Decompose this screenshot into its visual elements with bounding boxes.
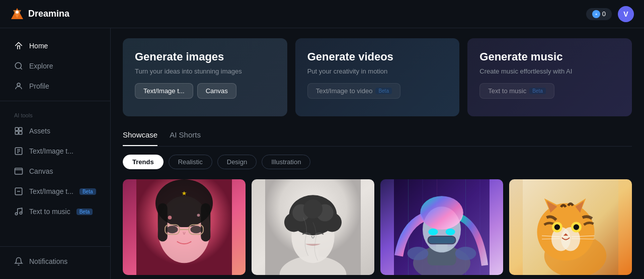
sidebar-item-text-image[interactable]: Text/Image t... [4,142,106,161]
sidebar-bottom-divider [0,246,110,247]
sidebar-item-profile[interactable]: Profile [4,77,106,96]
card-images-desc: Turn your ideas into stunning images [135,67,275,75]
tabs-row: Showcase AI Shorts [123,130,632,147]
svg-rect-9 [15,131,18,134]
canvas-button[interactable]: Canvas [197,83,236,99]
svg-point-62 [554,224,560,230]
svg-rect-10 [19,131,22,134]
text-image-icon [14,147,23,156]
sidebar-item-canvas[interactable]: Canvas [4,162,106,181]
beta-badge-1: Beta [79,188,96,195]
text-music-button[interactable]: Text to music Beta [479,83,554,99]
filter-realistic[interactable]: Realistic [169,155,212,169]
svg-rect-50 [428,237,455,243]
svg-point-51 [420,196,463,230]
sidebar-item-text-image-beta[interactable]: Text/Image t... Beta [4,182,106,201]
assets-icon [14,126,23,135]
svg-rect-8 [19,127,22,130]
content-area: Generate images Turn your ideas into stu… [111,28,644,279]
beta-badge-2: Beta [76,208,93,215]
svg-point-24 [167,226,178,233]
svg-rect-12 [15,168,23,174]
svg-point-25 [190,226,202,233]
gallery-image-1 [123,179,246,275]
sidebar-item-home[interactable]: Home [4,36,106,55]
svg-point-38 [303,199,323,219]
text-video-button[interactable]: Text/Image to video Beta [307,83,400,99]
gallery-image-3 [380,179,503,275]
coin-count: 0 [602,10,606,18]
svg-text:+: + [595,13,597,16]
user-avatar[interactable]: V [618,6,634,22]
svg-point-5 [15,62,21,68]
main-layout: Home Explore Profile AI tools Assets Tex… [0,28,644,279]
logo-text: Dreamina [28,9,69,19]
svg-point-53 [446,229,455,235]
sidebar-section-label: AI tools [0,106,110,120]
gallery-item-4[interactable] [509,179,632,275]
logo-icon [10,7,24,21]
card-videos-title: Generate videos [307,50,448,63]
home-icon [14,41,23,50]
bell-icon [14,257,23,266]
header-right: + 0 V [586,6,634,22]
svg-point-2 [16,11,19,14]
sidebar-item-explore[interactable]: Explore [4,56,106,76]
explore-icon [14,61,23,71]
card-videos-buttons: Text/Image to video Beta [307,83,448,99]
music-beta-badge: Beta [529,88,546,94]
logo[interactable]: Dreamina [10,7,69,21]
svg-rect-20 [201,203,210,242]
card-music-desc: Create music effortlessly with AI [479,67,620,75]
svg-point-27 [168,216,172,220]
gallery-item-1[interactable] [123,179,246,275]
profile-icon [14,82,23,91]
card-music-title: Generate music [479,50,620,63]
text-image-beta-icon [14,187,23,196]
tab-ai-shorts[interactable]: AI Shorts [170,130,201,146]
card-generate-music: Generate music Create music effortlessly… [467,38,632,116]
svg-point-54 [408,247,429,260]
svg-point-6 [17,83,20,86]
gallery-image-2 [252,179,374,275]
svg-point-55 [455,247,476,260]
card-generate-images: Generate images Turn your ideas into stu… [123,38,287,116]
filter-trends[interactable]: Trends [123,155,164,169]
filter-design[interactable]: Design [217,155,257,169]
svg-rect-7 [15,127,18,130]
video-beta-badge: Beta [375,88,392,94]
gallery-item-2[interactable] [252,179,374,275]
tab-showcase[interactable]: Showcase [123,130,157,146]
gallery-grid [123,179,632,275]
header: Dreamina + 0 V [0,0,644,28]
card-images-buttons: Text/Image t... Canvas [135,83,275,99]
svg-rect-19 [158,203,168,242]
svg-point-14 [15,213,18,215]
card-images-title: Generate images [135,50,275,63]
coin-icon: + [592,10,600,18]
sidebar-item-assets[interactable]: Assets [4,121,106,141]
svg-point-52 [428,229,438,235]
svg-point-28 [197,214,200,217]
gallery-image-4 [509,179,632,275]
canvas-icon [14,167,23,176]
sidebar: Home Explore Profile AI tools Assets Tex… [0,28,111,279]
sidebar-item-notifications[interactable]: Notifications [4,252,106,271]
sidebar-divider [0,101,110,101]
svg-point-15 [20,212,22,215]
text-image-button[interactable]: Text/Image t... [135,83,193,99]
svg-point-64 [574,224,579,230]
card-generate-videos: Generate videos Put your creativity in m… [295,38,460,116]
music-icon [14,207,23,216]
filter-row: Trends Realistic Design Illustration [123,155,632,169]
card-videos-desc: Put your creativity in motion [307,67,448,75]
cards-row: Generate images Turn your ideas into stu… [123,38,632,116]
card-music-buttons: Text to music Beta [479,83,620,99]
filter-illustration[interactable]: Illustration [262,155,310,169]
gallery-item-3[interactable] [380,179,503,275]
sidebar-item-text-music[interactable]: Text to music Beta [4,202,106,221]
coin-badge[interactable]: + 0 [586,8,612,20]
